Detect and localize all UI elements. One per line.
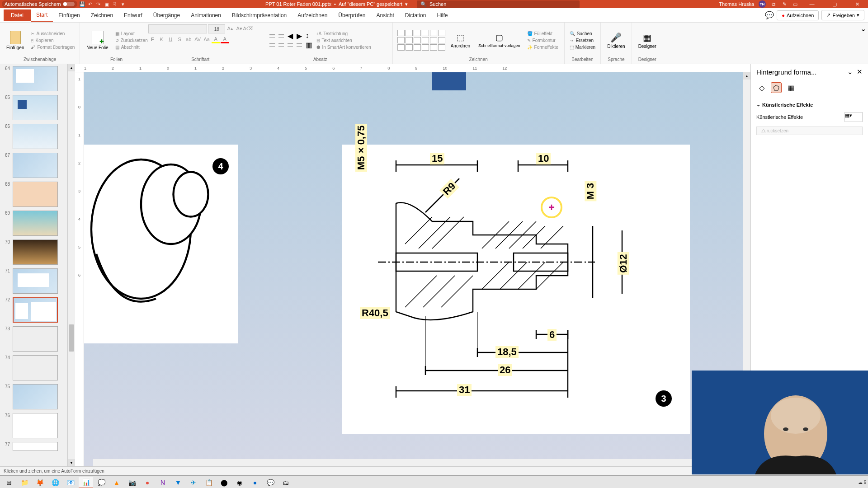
slide-thumb-72[interactable] <box>13 297 58 323</box>
qat-more-icon[interactable]: ▾ <box>120 1 126 7</box>
app-icon-5[interactable]: 📋 <box>202 477 216 488</box>
tab-animations[interactable]: Animationen <box>185 9 226 21</box>
shape-fill-button[interactable]: 🪣Fülleffekt <box>526 31 560 37</box>
columns-button[interactable]: ▥ <box>304 41 312 48</box>
text-direction-button[interactable]: ↕ATextrichtung <box>315 31 373 37</box>
slide-canvas[interactable]: 4 <box>84 72 743 466</box>
minimize-button[interactable]: — <box>803 0 821 8</box>
touch-icon[interactable]: ☟ <box>112 1 118 7</box>
new-slide-button[interactable]: ✚ Neue Folie <box>84 29 111 52</box>
comments-icon[interactable]: 💬 <box>765 11 774 19</box>
slide-thumb-67[interactable] <box>13 153 58 178</box>
tab-file[interactable]: Datei <box>4 9 31 21</box>
slide-thumb-64[interactable] <box>13 66 58 91</box>
increase-font-button[interactable]: A▴ <box>226 24 234 33</box>
indent-inc-button[interactable]: ▶ <box>295 32 303 39</box>
app-icon-4[interactable]: ▼ <box>171 477 185 488</box>
app-icon-10[interactable]: 🗂 <box>278 477 293 488</box>
quick-styles-button[interactable]: ▢Schnellformat-vorlagen <box>476 31 523 50</box>
line-spacing-button[interactable]: ↕ <box>304 32 312 39</box>
redo-icon[interactable]: ↷ <box>95 1 102 7</box>
tab-help[interactable]: Hilfe <box>431 9 453 21</box>
firefox-icon[interactable]: 🦊 <box>33 477 47 488</box>
smartart-button[interactable]: ⬢In SmartArt konvertieren <box>315 44 373 50</box>
cut-button[interactable]: ✂Ausschneiden <box>29 31 76 37</box>
slide-thumb-66[interactable] <box>13 124 58 149</box>
collapse-ribbon-icon[interactable]: ⌄ <box>860 25 866 33</box>
tab-view[interactable]: Ansicht <box>371 9 399 21</box>
app-icon-3[interactable]: ● <box>140 477 155 488</box>
powerpoint-icon[interactable]: 📊 <box>79 477 93 488</box>
pane-close-icon[interactable]: ✕ <box>857 68 863 76</box>
tab-record[interactable]: Aufzeichnen <box>292 9 333 21</box>
user-avatar[interactable]: TH <box>759 0 766 8</box>
tab-draw[interactable]: Zeichnen <box>85 9 118 21</box>
font-family-combo[interactable] <box>148 24 207 33</box>
slide-thumb-69[interactable] <box>13 211 58 236</box>
tab-slideshow[interactable]: Bildschirmpräsentation <box>226 9 292 21</box>
search-box[interactable]: 🔍 Suchen <box>417 0 580 8</box>
spacing-button[interactable]: AV <box>193 35 202 43</box>
weather-icon[interactable]: ☁ 6 <box>858 480 866 485</box>
tab-start[interactable]: Start <box>31 9 53 22</box>
undo-icon[interactable]: ↶ <box>87 1 94 7</box>
font-size-combo[interactable] <box>208 24 225 33</box>
toggle-switch[interactable] <box>63 2 75 6</box>
scroll-down-icon[interactable]: ▼ <box>68 459 75 466</box>
pane-options-icon[interactable]: ⌄ <box>847 68 853 76</box>
indent-dec-button[interactable]: ◀ <box>286 32 294 39</box>
app-icon-2[interactable]: 📷 <box>125 477 139 488</box>
image-left[interactable]: 4 <box>84 145 238 343</box>
bullets-button[interactable] <box>268 32 276 39</box>
present-icon[interactable]: ▣ <box>104 1 110 7</box>
slide-thumb-68[interactable] <box>13 182 58 207</box>
reset-button[interactable]: ↺Zurücksetzen <box>114 38 149 43</box>
justify-button[interactable] <box>295 41 303 48</box>
align-left-button[interactable] <box>268 41 276 48</box>
tab-transitions[interactable]: Übergänge <box>148 9 185 21</box>
reset-effects-button[interactable]: Zurücksetzen <box>756 127 863 135</box>
effects-section-header[interactable]: ⌄ Künstlerische Effekte <box>756 102 863 108</box>
designer-button[interactable]: ▦Designer <box>636 30 659 51</box>
replace-button[interactable]: ↔Ersetzen <box>568 38 597 43</box>
shapes-gallery[interactable] <box>397 30 445 51</box>
effect-dropdown[interactable]: ▦▾ <box>844 112 863 122</box>
slide-thumb-75[interactable] <box>13 384 58 409</box>
layout-button[interactable]: ▦Layout <box>114 31 149 37</box>
align-right-button[interactable] <box>286 41 294 48</box>
start-button[interactable]: ⊞ <box>2 477 16 488</box>
app-icon-8[interactable]: ● <box>248 477 262 488</box>
underline-button[interactable]: U <box>166 35 175 43</box>
vlc-icon[interactable]: ▲ <box>109 477 124 488</box>
image-right[interactable]: 15 10 M5 × 0,75 R9 M 3 Ø12 R40,5 6 18,5 … <box>342 145 690 434</box>
document-title[interactable]: PPT 01 Roter Faden 001.pptx • Auf "diese… <box>265 1 408 7</box>
tab-insert[interactable]: Einfügen <box>53 9 85 21</box>
scroll-up-icon[interactable]: ▲ <box>68 64 75 71</box>
align-text-button[interactable]: ⊟Text ausrichten <box>315 38 373 43</box>
draw-icon[interactable]: ✎ <box>781 1 788 7</box>
copy-button[interactable]: ⎘Kopieren <box>29 38 76 43</box>
telegram-icon[interactable]: ✈ <box>186 477 201 488</box>
italic-button[interactable]: K <box>157 35 165 43</box>
effects-tab-icon[interactable]: ⬠ <box>771 82 782 93</box>
record-button[interactable]: ●Aufzeichnen <box>777 10 819 20</box>
shadow-button[interactable]: ab <box>184 35 193 43</box>
canvas-scrollbar-h[interactable] <box>93 459 743 466</box>
explorer-icon[interactable]: 📁 <box>17 477 32 488</box>
shape-outline-button[interactable]: ✎Formkontur <box>526 38 560 43</box>
bold-button[interactable]: F <box>148 35 156 43</box>
arrange-button[interactable]: ⬚Anordnen <box>448 31 473 50</box>
tab-review[interactable]: Überprüfen <box>333 9 371 21</box>
sync-icon[interactable]: ⧉ <box>770 1 777 7</box>
tab-design[interactable]: Entwurf <box>118 9 148 21</box>
app-icon-9[interactable]: 💬 <box>263 477 278 488</box>
strike-button[interactable]: S <box>175 35 184 43</box>
app-icon-6[interactable]: ⬤ <box>217 477 231 488</box>
font-color-button[interactable]: A <box>221 35 229 43</box>
maximize-button[interactable]: ▢ <box>826 0 844 8</box>
section-button[interactable]: ▤Abschnitt <box>114 44 149 50</box>
slide-thumb-65[interactable] <box>13 95 58 120</box>
close-button[interactable]: ✕ <box>848 0 866 8</box>
numbering-button[interactable] <box>277 32 285 39</box>
select-button[interactable]: ⬚Markieren <box>568 44 597 50</box>
